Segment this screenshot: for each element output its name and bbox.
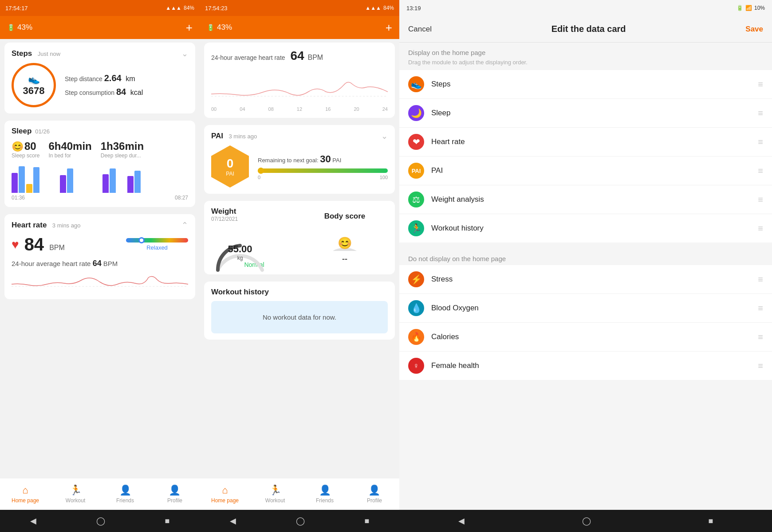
hr-avg-row: 24-hour average heart rate 64 BPM [12,259,188,268]
nav-friends-2[interactable]: 👤 Friends [311,485,338,504]
workout-history-card: Workout history No workout data for now. [204,282,395,340]
pai-title: PAI [211,132,223,140]
add-button-1[interactable]: + [186,21,193,35]
bloodox-drag-handle[interactable]: ≡ [758,303,763,313]
steps-feet-icon: 👟 [28,74,40,85]
list-item[interactable]: ⚖ Weight analysis ≡ [399,185,772,214]
weight-drag-handle[interactable]: ≡ [758,195,763,205]
pai-progress-dot [258,168,264,174]
list-item[interactable]: ♀ Female health ≡ [399,352,772,380]
recent-btn-1[interactable]: ■ [165,516,170,526]
bloodox-item-icon: 💧 [408,300,424,316]
sleep-drag-handle[interactable]: ≡ [758,108,763,118]
heart-rate-card: Heart rate 3 mins ago ⌃ ♥ 84 BPM Relaxed… [4,214,195,299]
nav-workout-2[interactable]: 🏃 Workout [262,485,288,504]
sleep-header: Sleep 01/26 [12,127,188,136]
steps-drag-handle[interactable]: ≡ [758,79,763,90]
workout-icon-symbol: 🏃 [411,223,422,234]
weight-val-display: 55.00 kg [228,243,252,261]
weight-val: 55.00 [228,243,252,255]
femhealth-drag-handle[interactable]: ≡ [758,361,763,371]
sleep-bar [110,168,116,193]
sleep-bar [26,184,32,193]
hr-avg-val: 64 [93,259,102,268]
battery-indicator-1: 🔋 43% [7,23,32,32]
workout-icon-1: 🏃 [70,485,82,496]
nav-profile-1[interactable]: 👤 Profile [161,485,188,504]
pai-body: 0 PAI Remaining to next goal: 30 PAI 0 1… [211,145,388,188]
distance-unit: km [126,75,135,82]
list-item[interactable]: 🏃 Workout history ≡ [399,214,772,243]
list-item[interactable]: 🌙 Sleep ≡ [399,99,772,128]
heartrate-drag-handle[interactable]: ≡ [758,137,763,147]
back-btn-2[interactable]: ◀ [230,516,236,526]
list-item[interactable]: PAI PAI ≡ [399,156,772,185]
workout-history-header: Workout history [211,288,388,297]
home-btn-2[interactable]: ◯ [296,516,305,526]
list-item[interactable]: ⚡ Stress ≡ [399,265,772,294]
stress-drag-handle[interactable]: ≡ [758,274,763,285]
calories-drag-handle[interactable]: ≡ [758,332,763,342]
add-button-2[interactable]: + [386,21,392,35]
recent-btn-3[interactable]: ■ [709,516,713,526]
sleep-bar [12,173,18,193]
home-icon-2: ⌂ [222,485,228,496]
wifi-icon-3: 📶 [745,5,752,11]
hr-heart-icon: ♥ [12,238,19,252]
workout-label-2: Workout [265,497,285,504]
home-btn-3[interactable]: ◯ [582,516,591,526]
top-bar-2: 🔋 43% + [200,16,399,39]
pai-drag-handle[interactable]: ≡ [758,166,763,176]
deep-sleep-stat: 1h36min Deep sleep dur... [101,140,144,159]
in-bed-label: In bed for [48,153,91,159]
steps-card-header: Steps Just now ⌄ [12,49,188,59]
stress-item-name: Stress [431,275,758,284]
recent-btn-2[interactable]: ■ [365,516,370,526]
hr-chevron[interactable]: ⌃ [181,220,188,230]
hr-chart-axis: 00 04 08 12 16 20 24 [211,106,388,112]
calories-icon-symbol: 🔥 [411,332,422,342]
nav-profile-2[interactable]: 👤 Profile [361,485,388,504]
list-item[interactable]: 🔥 Calories ≡ [399,323,772,352]
hr-subtitle: 3 mins ago [52,222,81,229]
body-score-title: Body score [324,212,366,221]
consumption-unit: kcal [130,89,143,96]
cancel-button[interactable]: Cancel [408,25,432,34]
pai-chevron[interactable]: ⌄ [381,131,388,141]
workout-drag-handle[interactable]: ≡ [758,223,763,234]
pai-value: 0 [227,156,234,171]
list-item[interactable]: 👟 Steps ≡ [399,70,772,99]
in-bed-stat: 6h40min In bed for [48,140,91,159]
weight-left: Weight 07/12/2021 55.00 kg Normal [211,207,297,268]
edit-title: Edit the data card [551,24,626,34]
pai-subtitle: 3 mins ago [229,133,257,140]
sleep-item-icon: 🌙 [408,105,424,121]
steps-chevron[interactable]: ⌄ [181,49,188,59]
steps-subtitle: Just now [38,51,60,57]
heartrate-icon-symbol: ❤ [413,137,420,147]
weight-gauge-wrap: 55.00 kg [211,226,269,261]
nav-home-2[interactable]: ⌂ Home page [211,485,239,504]
phone-3: 13:19 🔋 📶 10% Cancel Edit the data card … [399,0,772,532]
hr-avg-unit: BPM [103,260,118,267]
save-button[interactable]: Save [745,25,763,34]
steps-icon-symbol: 👟 [411,79,422,90]
back-btn-3[interactable]: ◀ [458,516,465,526]
workout-item-icon: 🏃 [408,220,424,236]
femhealth-item-icon: ♀ [408,358,424,374]
back-btn-1[interactable]: ◀ [30,516,36,526]
nav-home-1[interactable]: ⌂ Home page [12,485,39,504]
list-item[interactable]: 💧 Blood Oxygen ≡ [399,294,772,323]
signal-icon-3: 10% [754,5,765,11]
signal-icon-2: ▲▲▲ [365,5,381,11]
nav-workout-1[interactable]: 🏃 Workout [62,485,89,504]
hr-sparkline [12,271,188,293]
nav-friends-1[interactable]: 👤 Friends [112,485,138,504]
list-item[interactable]: ❤ Heart rate ≡ [399,128,772,156]
time-1: 17:54:17 [5,5,28,12]
status-icons-3: 🔋 📶 10% [737,5,765,11]
home-btn-1[interactable]: ◯ [96,516,105,526]
pai-label: PAI [226,171,234,177]
deep-sleep-label: Deep sleep dur... [101,153,144,159]
friends-label-1: Friends [116,497,134,504]
